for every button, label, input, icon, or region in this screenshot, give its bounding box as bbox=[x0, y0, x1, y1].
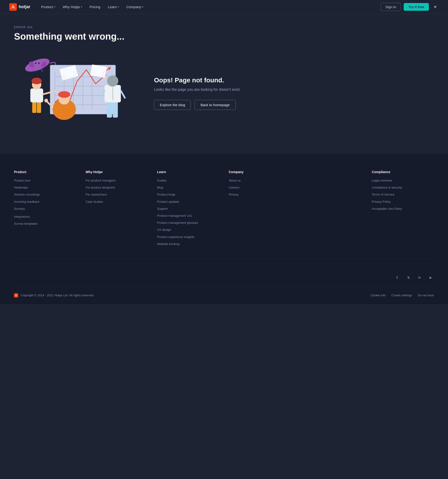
footer-link-support[interactable]: Support bbox=[157, 207, 219, 211]
navigation: hotjar Product ▾ Why Hotjar ▾ Pricing Le… bbox=[0, 0, 448, 14]
footer-why-hotjar-title: Why Hotjar bbox=[86, 170, 148, 174]
footer-col-why-hotjar: Why Hotjar For product managers For prod… bbox=[86, 170, 148, 249]
footer-divider bbox=[14, 263, 434, 263]
svg-point-6 bbox=[38, 63, 40, 64]
do-not-track-link[interactable]: Do not track bbox=[418, 293, 434, 297]
hero-section: ERROR 404 Something went wrong... bbox=[0, 14, 448, 154]
linkedin-icon[interactable]: in bbox=[416, 274, 423, 281]
nav-company[interactable]: Company ▾ bbox=[123, 3, 147, 11]
hero-text-area: Oops! Page not found. Looks like the pag… bbox=[154, 77, 434, 110]
try-free-button[interactable]: Try it free bbox=[404, 3, 429, 11]
footer-link-privacy[interactable]: Privacy bbox=[229, 193, 291, 197]
footer-compliance-title: Compliance bbox=[372, 170, 434, 174]
logo[interactable]: hotjar bbox=[9, 3, 30, 11]
footer-col-spacer bbox=[300, 170, 363, 249]
hero-illustration bbox=[14, 51, 135, 135]
hotjar-small-icon bbox=[14, 293, 18, 298]
footer-link-blog[interactable]: Blog bbox=[157, 186, 219, 190]
footer-link-privacy-policy[interactable]: Privacy Policy bbox=[372, 200, 434, 204]
chevron-down-icon: ▾ bbox=[54, 6, 55, 8]
footer-link-for-product-managers[interactable]: For product managers bbox=[86, 179, 148, 183]
footer-link-survey-templates[interactable]: Survey templates bbox=[14, 222, 76, 226]
footer-link-ux-design[interactable]: UX design bbox=[157, 228, 219, 232]
nav-learn[interactable]: Learn ▾ bbox=[105, 3, 122, 11]
sign-in-button[interactable]: Sign in bbox=[381, 3, 401, 11]
footer-grid: Product Product tour Heatmaps Session re… bbox=[14, 170, 434, 263]
oops-title: Oops! Page not found. bbox=[154, 77, 434, 84]
svg-point-4 bbox=[33, 60, 41, 68]
nav-links: Product ▾ Why Hotjar ▾ Pricing Learn ▾ C… bbox=[38, 3, 381, 11]
twitter-icon[interactable]: 𝕏 bbox=[405, 274, 412, 281]
cookie-info-link[interactable]: Cookie info bbox=[371, 293, 386, 297]
footer-link-heatmaps[interactable]: Heatmaps bbox=[14, 186, 76, 190]
explore-blog-button[interactable]: Explore the blog bbox=[154, 100, 191, 110]
hero-title: Something went wrong... bbox=[14, 31, 434, 42]
copyright-text: Copyright © 2014 - 2021 Hotjar Ltd. All … bbox=[20, 293, 94, 297]
footer-link-guides[interactable]: Guides bbox=[157, 179, 219, 183]
footer-bottom-links: Cookie info Cookie settings Do not track bbox=[371, 293, 434, 297]
facebook-icon[interactable]: f bbox=[394, 274, 400, 281]
chevron-down-icon: ▾ bbox=[142, 6, 143, 8]
oops-description: Looks like the page you are looking for … bbox=[154, 87, 434, 92]
footer-link-integrations[interactable]: Integrations bbox=[14, 215, 76, 219]
error-label: ERROR 404 bbox=[14, 26, 434, 29]
footer-link-compliance-security[interactable]: Compliance & security bbox=[372, 186, 434, 190]
nav-actions: Sign in Try it free ☀ bbox=[381, 3, 439, 11]
chevron-down-icon: ▾ bbox=[81, 6, 82, 8]
footer-link-website-tracking[interactable]: Website tracking bbox=[157, 242, 219, 246]
footer-social-links: f 𝕏 in ▶ bbox=[394, 274, 434, 281]
footer-link-incoming-feedback[interactable]: Incoming feedback bbox=[14, 200, 76, 204]
footer-learn-title: Learn bbox=[157, 170, 219, 174]
footer-link-surveys[interactable]: Surveys bbox=[14, 207, 76, 211]
footer-link-product-tour[interactable]: Product tour bbox=[14, 179, 76, 183]
footer-link-product-updates[interactable]: Product updates bbox=[157, 200, 219, 204]
svg-rect-41 bbox=[14, 293, 18, 298]
footer-col-learn: Learn Guides Blog Product forge Product … bbox=[157, 170, 219, 249]
footer-link-about-us[interactable]: About us bbox=[229, 179, 291, 183]
footer-link-pm101[interactable]: Product management 101 bbox=[157, 214, 219, 218]
back-to-homepage-button[interactable]: Back to homepage bbox=[195, 100, 235, 110]
footer: Product Product tour Heatmaps Session re… bbox=[0, 154, 448, 304]
svg-point-5 bbox=[35, 63, 36, 64]
footer-link-for-product-designers[interactable]: For product designers bbox=[86, 186, 148, 190]
hero-buttons: Explore the blog Back to homepage bbox=[154, 100, 434, 110]
footer-col-product: Product Product tour Heatmaps Session re… bbox=[14, 170, 76, 249]
footer-link-careers[interactable]: Careers bbox=[229, 186, 291, 190]
footer-col-company: Company About us Careers Privacy bbox=[229, 170, 291, 249]
cookie-settings-link[interactable]: Cookie settings bbox=[391, 293, 412, 297]
footer-link-session-recordings[interactable]: Session recordings bbox=[14, 193, 76, 197]
footer-link-px-insights[interactable]: Product experience insights bbox=[157, 235, 219, 239]
youtube-icon[interactable]: ▶ bbox=[428, 274, 434, 281]
footer-link-legal-overview[interactable]: Legal overview bbox=[372, 179, 434, 183]
footer-link-terms-of-service[interactable]: Terms of Service bbox=[372, 193, 434, 197]
chevron-down-icon: ▾ bbox=[118, 6, 119, 8]
svg-rect-0 bbox=[9, 3, 17, 11]
footer-link-pm-glossary[interactable]: Product management glossary bbox=[157, 221, 219, 225]
footer-bottom: Copyright © 2014 - 2021 Hotjar Ltd. All … bbox=[14, 287, 434, 304]
footer-link-for-researchers[interactable]: For researchers bbox=[86, 193, 148, 197]
footer-link-product-forge[interactable]: Product forge bbox=[157, 193, 219, 197]
theme-toggle-button[interactable]: ☀ bbox=[432, 4, 439, 11]
nav-product[interactable]: Product ▾ bbox=[38, 3, 59, 11]
footer-copyright-area: Copyright © 2014 - 2021 Hotjar Ltd. All … bbox=[14, 293, 94, 298]
nav-pricing[interactable]: Pricing bbox=[86, 3, 104, 11]
footer-product-title: Product bbox=[14, 170, 76, 174]
footer-link-acceptable-use[interactable]: Acceptable Use Policy bbox=[372, 207, 434, 211]
footer-link-case-studies[interactable]: Case studies bbox=[86, 200, 148, 204]
nav-why-hotjar[interactable]: Why Hotjar ▾ bbox=[60, 3, 85, 11]
footer-company-title: Company bbox=[229, 170, 291, 174]
footer-col-compliance: Compliance Legal overview Compliance & s… bbox=[372, 170, 434, 249]
logo-text: hotjar bbox=[19, 4, 30, 9]
